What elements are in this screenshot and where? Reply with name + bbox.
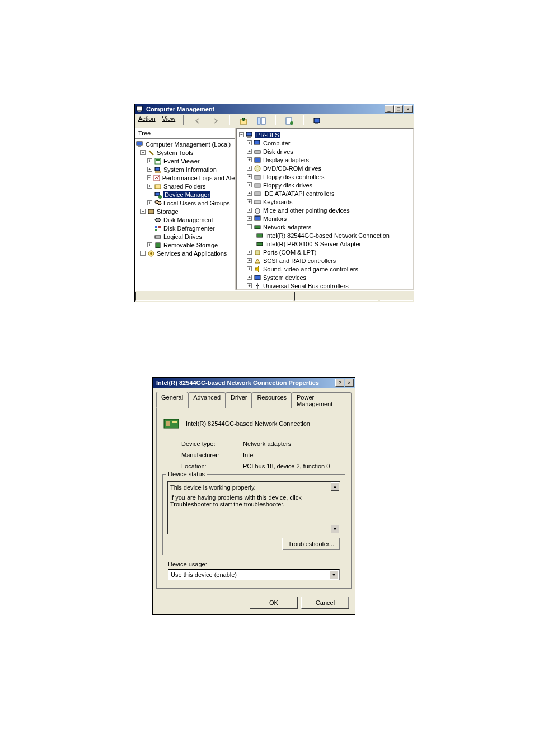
svg-rect-38: [255, 184, 260, 187]
location-label: Location:: [181, 463, 243, 469]
nav-forward-button[interactable]: [210, 115, 221, 126]
perf-logs-icon: [153, 174, 161, 182]
tab-general[interactable]: General: [156, 392, 188, 408]
titlebar[interactable]: Computer Management _ □ ×: [135, 104, 414, 114]
ide-controller-icon: [254, 190, 261, 198]
svg-rect-26: [155, 236, 161, 238]
properties-button[interactable]: [284, 115, 295, 126]
tab-strip: General Advanced Driver Resources Power …: [156, 391, 352, 407]
scroll-down-button[interactable]: ▼: [331, 525, 339, 533]
manufacturer-value: Intel: [243, 452, 255, 458]
show-hide-tree-button[interactable]: [256, 115, 267, 126]
svg-rect-27: [156, 243, 160, 248]
tab-driver[interactable]: Driver: [226, 392, 252, 408]
svg-point-29: [150, 252, 152, 255]
troubleshooter-button[interactable]: Troubleshooter...: [282, 538, 340, 550]
svg-rect-4: [261, 118, 265, 124]
computer-management-window: Computer Management _ □ × Action View: [134, 104, 414, 302]
device-status-legend: Device status: [166, 471, 207, 477]
tab-advanced[interactable]: Advanced: [188, 392, 226, 408]
scroll-up-button[interactable]: ▲: [331, 482, 339, 491]
device-manager-icon: [154, 191, 162, 199]
svg-rect-1: [138, 111, 141, 112]
svg-rect-50: [172, 421, 177, 423]
tree-tab[interactable]: Tree: [135, 128, 235, 139]
usb-icon: [254, 282, 261, 290]
cdrom-icon: [254, 165, 261, 172]
scope-tree[interactable]: Computer Management (Local) −System Tool…: [135, 139, 235, 259]
floppy-drive-icon: [254, 181, 261, 189]
display-adapter-icon: [254, 156, 261, 164]
mouse-icon: [254, 206, 261, 214]
removable-storage-icon: [154, 241, 162, 249]
help-button[interactable]: ?: [335, 379, 344, 387]
tree-root-computer[interactable]: PR-DLS: [255, 132, 280, 138]
svg-rect-39: [255, 192, 260, 196]
users-groups-icon: [154, 199, 162, 207]
svg-rect-49: [166, 421, 170, 426]
storage-icon: [147, 208, 155, 215]
svg-rect-11: [155, 158, 161, 164]
system-device-icon: [254, 274, 261, 281]
tree-item-net1[interactable]: Intel(R) PRO/100 S Server Adapter: [265, 241, 361, 247]
close-button[interactable]: ×: [404, 105, 413, 113]
svg-rect-10: [138, 146, 141, 147]
floppy-controller-icon: [254, 173, 261, 181]
services-icon: [147, 250, 155, 257]
tab-resources[interactable]: Resources: [252, 392, 292, 408]
svg-rect-32: [254, 140, 260, 144]
device-name: Intel(R) 82544GC-based Network Connectio…: [186, 420, 310, 427]
svg-rect-8: [315, 123, 318, 124]
chevron-down-icon[interactable]: ▼: [330, 570, 338, 579]
svg-point-36: [257, 168, 258, 169]
computer-icon: [136, 140, 144, 148]
svg-rect-40: [254, 201, 261, 204]
computer-scan-button[interactable]: [312, 115, 323, 126]
svg-rect-44: [257, 234, 263, 237]
result-pane: −PR-DLS +Computer +Disk drives +Display …: [236, 128, 414, 290]
svg-rect-37: [255, 175, 260, 179]
tab-power-management[interactable]: Power Management: [292, 392, 352, 408]
device-usage-combo[interactable]: Use this device (enable) ▼: [168, 569, 340, 580]
svg-rect-12: [156, 159, 160, 161]
manufacturer-label: Manufacturer:: [181, 452, 243, 458]
svg-rect-43: [255, 226, 260, 229]
tree-item-net0[interactable]: Intel(R) 82544GC-based Network Connectio…: [265, 232, 390, 239]
location-value: PCI bus 18, device 2, function 0: [243, 463, 330, 469]
device-type-value: Network adapters: [243, 440, 291, 447]
svg-rect-14: [155, 171, 161, 173]
window-title: Computer Management: [146, 106, 385, 112]
svg-rect-16: [155, 185, 161, 189]
tree-item-device-manager[interactable]: Device Manager: [163, 191, 210, 198]
menu-view[interactable]: View: [162, 115, 176, 126]
dialog-titlebar[interactable]: Intel(R) 82544GC-based Network Connectio…: [153, 378, 355, 388]
svg-rect-21: [148, 209, 154, 214]
computer-management-icon: [136, 105, 144, 113]
device-usage-label: Device usage:: [168, 561, 345, 567]
cancel-button[interactable]: Cancel: [301, 597, 349, 609]
svg-point-41: [255, 208, 260, 214]
ok-button[interactable]: OK: [250, 597, 298, 609]
maximize-button[interactable]: □: [394, 105, 403, 113]
dialog-title: Intel(R) 82544GC-based Network Connectio…: [154, 379, 335, 386]
svg-point-18: [158, 195, 162, 199]
svg-rect-7: [314, 118, 320, 123]
nav-back-button[interactable]: [192, 115, 203, 126]
network-adapter-icon: [256, 240, 264, 248]
device-tree[interactable]: −PR-DLS +Computer +Disk drives +Display …: [237, 129, 413, 290]
svg-rect-31: [247, 137, 251, 138]
svg-rect-17: [155, 192, 160, 196]
close-button[interactable]: ×: [345, 379, 354, 387]
minimize-button[interactable]: _: [385, 105, 394, 113]
event-viewer-icon: [154, 157, 162, 165]
disk-drive-icon: [254, 148, 261, 156]
up-level-button[interactable]: [238, 115, 249, 126]
menu-action[interactable]: Action: [138, 115, 156, 126]
tools-icon: [147, 149, 155, 157]
device-usage-value: Use this device (enable): [171, 571, 237, 578]
port-icon: [254, 248, 261, 256]
system-info-icon: [154, 166, 162, 173]
svg-rect-9: [137, 142, 142, 145]
svg-rect-3: [257, 118, 260, 124]
computer-icon: [254, 139, 261, 147]
